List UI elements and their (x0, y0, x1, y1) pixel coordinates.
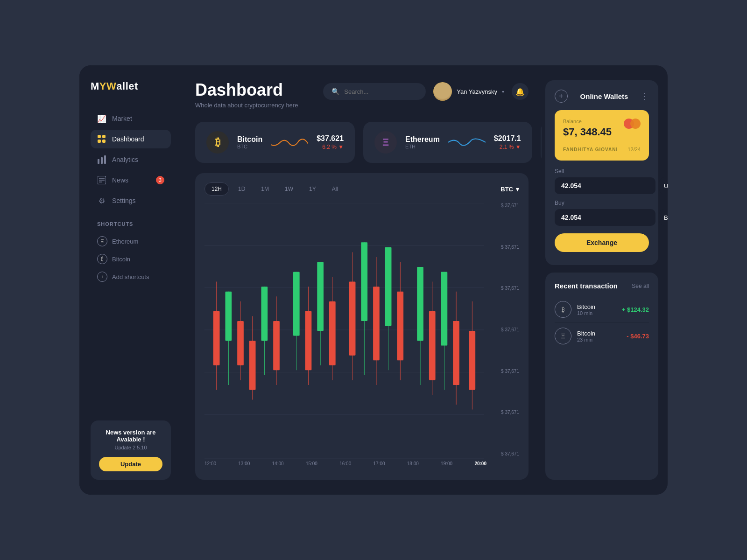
svg-rect-47 (397, 292, 403, 361)
chart-y-axis: $ 37,671 $ 37,671 $ 37,671 $ 37,671 $ 37… (486, 203, 519, 456)
buy-amount-input[interactable] (555, 209, 655, 226)
sidebar-item-news[interactable]: News 3 (91, 171, 171, 189)
sell-buy-section: Sell USD ▾ Buy BTC ▾ Exchange (555, 168, 649, 252)
time-tab-1m[interactable]: 1M (254, 182, 275, 196)
time-tab-all[interactable]: All (325, 182, 345, 196)
sidebar-item-label: Settings (112, 197, 136, 204)
svg-rect-21 (225, 292, 232, 341)
sidebar-item-market[interactable]: 📈 Market (91, 109, 171, 128)
sidebar-item-label: Market (112, 115, 132, 122)
svg-rect-5 (101, 157, 103, 164)
sidebar-item-label: News (112, 176, 128, 184)
notification-bell-icon[interactable]: 🔔 (512, 83, 529, 100)
user-info: Yan Yazvynsky ▾ (433, 82, 504, 101)
buy-input-row: BTC ▾ (555, 209, 649, 226)
sidebar: MYWallet 📈 Market Dashboard (79, 65, 182, 495)
selected-coin-label: BTC (500, 186, 513, 193)
time-tab-1d[interactable]: 1D (232, 182, 252, 196)
logo-m: M (91, 80, 99, 92)
buy-currency-select[interactable]: BTC ▾ (659, 209, 668, 226)
chart-canvas: $ 37,671 $ 37,671 $ 37,671 $ 37,671 $ 37… (204, 203, 519, 470)
update-subtitle: Update 2.5.10 (99, 445, 162, 450)
time-tab-1y[interactable]: 1Y (303, 182, 323, 196)
search-bar[interactable]: 🔍 (323, 83, 426, 100)
tx-name: Bitcoin (577, 330, 595, 337)
update-button[interactable]: Update (99, 457, 162, 471)
update-box: News version are Avaiable ! Update 2.5.1… (91, 420, 171, 480)
time-tab-12h[interactable]: 12H (204, 182, 229, 196)
candles-area (204, 203, 484, 459)
ethereum-shortcut-icon: Ξ (97, 236, 107, 246)
wallets-title: Online Wallets (580, 92, 628, 100)
bitcoin-price-area: $37.621 6.2 % ▼ (317, 134, 344, 150)
tx-amount-negative: - $46.73 (627, 333, 649, 340)
sidebar-item-label: Analytics (112, 156, 138, 163)
wallet-owner: FANDHITYA GIOVANI (563, 147, 618, 152)
svg-rect-39 (349, 282, 356, 356)
transactions-header: Recent transaction See all (555, 282, 649, 290)
more-options-icon[interactable]: ⋮ (641, 91, 649, 101)
svg-rect-0 (98, 135, 101, 138)
user-name: Yan Yazvynsky (457, 88, 497, 95)
svg-rect-25 (249, 341, 256, 390)
crypto-card-ethereum[interactable]: Ξ Ethereum ETH $2017.1 2.1 % ▼ (363, 122, 532, 163)
sidebar-item-settings[interactable]: ⚙ Settings (91, 191, 171, 210)
svg-rect-55 (453, 321, 459, 385)
sell-amount-input[interactable] (555, 177, 655, 194)
svg-rect-53 (441, 272, 448, 346)
svg-rect-43 (373, 287, 380, 360)
search-input[interactable] (344, 88, 417, 95)
sell-input-row: USD ▾ (555, 177, 649, 194)
sell-currency-select[interactable]: USD ▾ (659, 177, 668, 194)
tx-amount-positive: + $124.32 (622, 306, 649, 313)
update-title: News version are Avaiable ! (99, 429, 162, 443)
chart-section: 12H 1D 1M 1W 1Y All BTC ▾ $ 37,671 $ 37,… (195, 173, 529, 480)
bitcoin-shortcut-icon: ₿ (97, 254, 107, 264)
bitcoin-change: 6.2 % ▼ (317, 144, 344, 150)
main-nav: 📈 Market Dashboard Analyti (91, 109, 171, 212)
svg-rect-27 (261, 287, 268, 341)
page-title: Dashboard (195, 80, 298, 100)
shortcut-ethereum[interactable]: Ξ Ethereum (91, 232, 171, 250)
chart-x-axis: 12:00 13:00 14:00 15:00 16:00 17:00 18:0… (204, 461, 486, 470)
ethereum-change: 2.1 % ▼ (494, 144, 521, 150)
online-wallets-card: + Online Wallets ⋮ Balance $7, 348.45 FA… (545, 80, 658, 265)
see-all-link[interactable]: See all (632, 283, 649, 289)
shortcut-add[interactable]: + Add shortcuts (91, 268, 171, 286)
ethereum-symbol: ETH (405, 144, 440, 149)
main-content: Dashboard Whole data about cryptocurrenc… (182, 65, 542, 495)
sidebar-item-dashboard[interactable]: Dashboard (91, 130, 171, 148)
recent-transactions-card: Recent transaction See all ₿ Bitcoin 10 … (545, 273, 658, 480)
tx-time: 23 min (577, 337, 595, 343)
svg-rect-57 (469, 331, 475, 390)
ethereum-tx-icon: Ξ (555, 328, 571, 344)
exchange-button[interactable]: Exchange (555, 233, 649, 252)
search-icon: 🔍 (331, 88, 339, 95)
shortcut-label: Add shortcuts (112, 273, 149, 280)
tx-name: Bitcoin (577, 303, 595, 310)
sidebar-item-analytics[interactable]: Analytics (91, 150, 171, 169)
market-icon: 📈 (97, 114, 106, 123)
crypto-card-bitcoin[interactable]: ₿ Bitcoin BTC $37.621 6.2 % ▼ (195, 122, 355, 163)
bitcoin-tx-icon: ₿ (555, 301, 571, 318)
page-subtitle: Whole data about cryptocurrency here (195, 102, 298, 109)
coin-selector[interactable]: BTC ▾ (500, 186, 519, 193)
buy-label: Buy (555, 200, 649, 206)
svg-rect-23 (237, 321, 244, 365)
svg-rect-3 (102, 140, 106, 143)
crypto-cards: ₿ Bitcoin BTC $37.621 6.2 % ▼ (195, 122, 529, 163)
time-tab-1w[interactable]: 1W (278, 182, 300, 196)
svg-rect-51 (429, 311, 436, 380)
news-badge: 3 (156, 176, 164, 184)
sidebar-item-label: Dashboard (112, 135, 144, 143)
transaction-item-1: ₿ Bitcoin 10 min + $124.32 (555, 296, 649, 323)
ethereum-price: $2017.1 (494, 134, 521, 143)
add-wallet-button[interactable]: + (555, 90, 568, 103)
chevron-down-icon[interactable]: ▾ (502, 89, 504, 94)
ethereum-info: Ethereum ETH (405, 135, 440, 149)
shortcut-label: Bitcoin (112, 256, 130, 263)
shortcut-bitcoin[interactable]: ₿ Bitcoin (91, 250, 171, 268)
app-logo: MYWallet (91, 80, 171, 92)
time-tabs: 12H 1D 1M 1W 1Y All (204, 182, 345, 196)
tx-time: 10 min (577, 310, 595, 316)
